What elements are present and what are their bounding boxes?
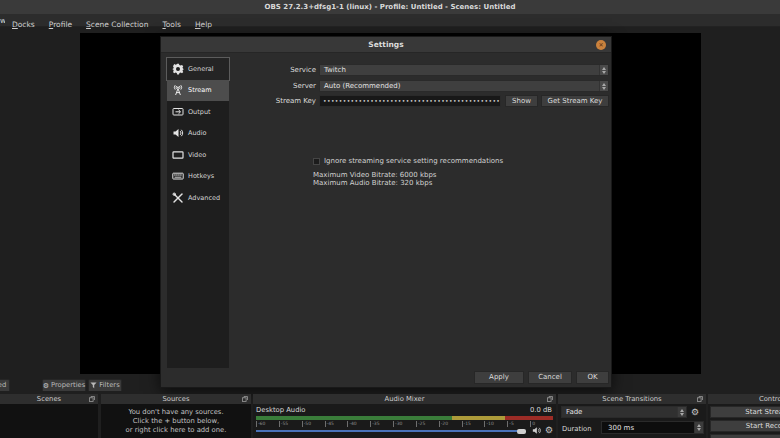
meter-tick: -60 <box>256 421 279 427</box>
meter-tick: -40 <box>347 421 370 427</box>
menu-item-scene-collection[interactable]: Scene Collection <box>79 18 155 31</box>
gear-icon: ⚙ <box>43 381 49 391</box>
service-select-arrows[interactable] <box>599 65 608 75</box>
start-recording-button[interactable]: Start Recording <box>710 420 780 432</box>
filter-icon <box>90 382 97 389</box>
apply-button[interactable]: Apply <box>474 371 524 384</box>
server-label: Server <box>256 80 316 92</box>
ok-button[interactable]: OK <box>576 371 609 384</box>
meter-tick: -20 <box>439 421 462 427</box>
duration-spin-arrows[interactable] <box>694 422 703 433</box>
meter-red-segment <box>505 416 553 420</box>
ignore-recommendations-label: Ignore streaming service setting recomme… <box>324 158 503 165</box>
dialog-close-button[interactable]: ✕ <box>596 40 606 50</box>
mixer-meter-ruler: -60-55-50-45-40-35-30-25-20-15-10-50 <box>256 421 553 427</box>
meter-tick: -50 <box>302 421 325 427</box>
show-key-button[interactable]: Show <box>505 95 538 107</box>
audio-mixer-panel-title: Audio Mixer <box>384 395 424 403</box>
sidebar-item-general[interactable]: General <box>167 58 229 80</box>
ignore-recommendations-checkbox[interactable] <box>313 158 320 165</box>
settings-dialog: Settings ✕ General <box>160 36 612 388</box>
volume-slider-track[interactable] <box>256 430 519 432</box>
sidebar-item-output[interactable]: Output <box>167 101 229 123</box>
tools-icon <box>171 191 184 204</box>
sidebar-item-video[interactable]: Video <box>167 144 229 166</box>
sources-panel-header[interactable]: Sources <box>101 394 251 404</box>
chevron-up-icon <box>680 409 684 412</box>
sources-empty-line: or right click here to add one. <box>101 426 251 435</box>
stream-key-label: Stream Key <box>236 95 316 107</box>
dock-icon[interactable] <box>89 396 95 402</box>
service-select[interactable]: Twitch <box>319 64 609 76</box>
scenes-panel-title: Scenes <box>37 395 61 403</box>
mixer-gear-icon[interactable]: ⚙ <box>545 425 553 435</box>
audio-mixer-panel-header[interactable]: Audio Mixer <box>253 394 556 404</box>
audio-mixer-body: Desktop Audio 0.0 dB -60-55-50-45-40-35-… <box>253 404 556 438</box>
server-select-arrows[interactable] <box>599 81 608 91</box>
transition-value: Fade <box>566 408 582 416</box>
chevron-down-icon <box>697 428 701 431</box>
tab-clipped[interactable]: ed <box>0 379 10 391</box>
cancel-button[interactable]: Cancel <box>528 371 572 384</box>
server-value: Auto (Recommended) <box>324 82 401 90</box>
scene-transitions-panel-header[interactable]: Scene Transitions <box>558 394 706 404</box>
output-icon <box>171 105 184 118</box>
sources-empty-line: Click the + button below, <box>101 417 251 426</box>
server-select[interactable]: Auto (Recommended) <box>319 80 609 92</box>
dock-icon[interactable] <box>547 396 553 402</box>
meter-tick: -55 <box>279 421 302 427</box>
tab-properties-label: Properties <box>51 380 85 391</box>
duration-label: Duration <box>562 423 592 435</box>
menu-item-docks[interactable]: Docks <box>5 18 42 31</box>
chevron-down-icon <box>602 71 606 74</box>
transition-select[interactable]: Fade <box>561 406 687 418</box>
transition-select-arrows[interactable] <box>677 407 686 417</box>
scenes-panel-header[interactable]: Scenes <box>0 394 98 404</box>
sources-list[interactable]: You don't have any sources. Click the + … <box>101 404 251 438</box>
sources-panel-title: Sources <box>163 395 190 403</box>
transition-gear-icon[interactable]: ⚙ <box>691 407 699 417</box>
start-streaming-button[interactable]: Start Streaming <box>710 406 780 418</box>
display-icon <box>171 148 184 161</box>
tab-filters[interactable]: Filters <box>88 379 122 391</box>
mixer-level-db: 0.0 dB <box>530 406 552 415</box>
menu-item-profile[interactable]: Profile <box>42 18 79 31</box>
meter-tick: -45 <box>325 421 348 427</box>
sidebar-item-label: Video <box>188 151 206 159</box>
menu-item-tools[interactable]: Tools <box>155 18 187 31</box>
menu-item-help[interactable]: Help <box>188 18 219 31</box>
volume-slider-handle[interactable] <box>517 429 526 434</box>
sidebar-item-label: Hotkeys <box>188 172 214 180</box>
sidebar-item-advanced[interactable]: Advanced <box>167 187 229 209</box>
sidebar-item-label: Audio <box>188 129 206 137</box>
meter-tick: -10 <box>484 421 507 427</box>
close-icon: ✕ <box>598 41 603 48</box>
keyboard-icon <box>171 170 184 183</box>
controls-body: Start Streaming Start Recording <box>708 404 780 438</box>
volume-meter <box>256 416 553 420</box>
sidebar-item-hotkeys[interactable]: Hotkeys <box>167 166 229 188</box>
scenes-list[interactable] <box>0 404 98 438</box>
studio-mode-button-clipped[interactable] <box>710 434 780 438</box>
stream-key-input[interactable]: ••••••••••••••••••••••••••••••••••••••••… <box>319 95 501 107</box>
chevron-up-icon <box>602 83 606 86</box>
sidebar-item-stream[interactable]: Stream <box>167 80 229 102</box>
meter-tick: -30 <box>393 421 416 427</box>
chevron-up-icon <box>602 67 606 70</box>
duration-value: 300 ms <box>608 424 634 432</box>
duration-spinbox[interactable]: 300 ms <box>601 421 704 434</box>
sidebar-item-audio[interactable]: Audio <box>167 123 229 145</box>
dock-icon[interactable] <box>242 396 248 402</box>
get-stream-key-button[interactable]: Get Stream Key <box>541 95 609 107</box>
controls-panel-title: Controls <box>759 395 780 403</box>
mute-speaker-icon[interactable] <box>532 426 542 435</box>
controls-panel-header[interactable]: Controls <box>708 394 780 404</box>
dock-icon[interactable] <box>697 396 703 402</box>
settings-dialog-titlebar[interactable]: Settings <box>161 37 611 53</box>
meter-tick: -35 <box>370 421 393 427</box>
meter-tick: -25 <box>416 421 439 427</box>
tab-properties[interactable]: ⚙ Properties <box>42 379 86 391</box>
meter-green-segment <box>256 416 452 420</box>
max-video-bitrate-text: Maximum Video Bitrate: 6000 kbps <box>313 171 436 179</box>
sidebar-item-label: Advanced <box>188 194 220 202</box>
